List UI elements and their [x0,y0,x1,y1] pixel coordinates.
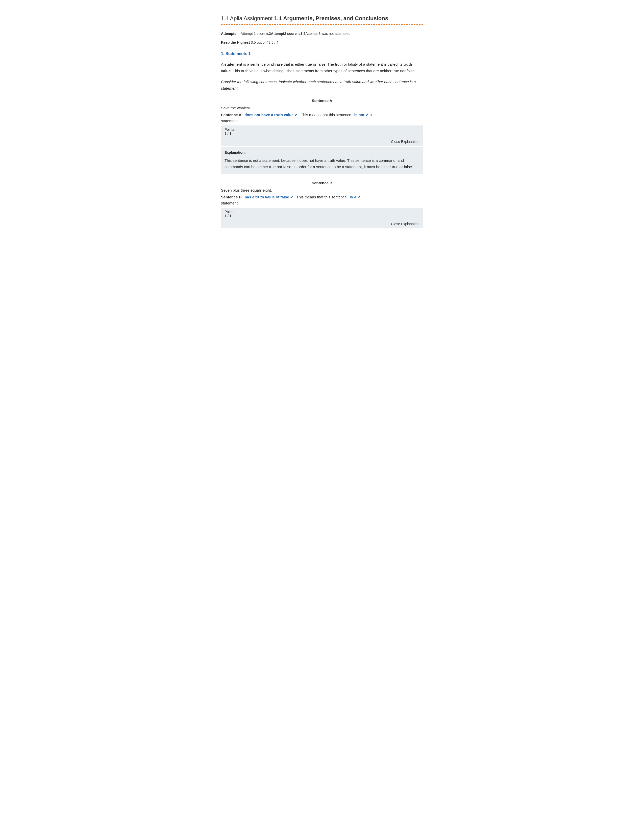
sentence-b-heading: Sentence B [221,181,423,185]
sentence-a-answer-row: Sentence A does not have a truth value ✔… [221,113,423,117]
attempt2-score: 3.5 [301,32,305,35]
attempts-label: Attempts [221,32,237,35]
sentence-b-label: Sentence B [221,195,242,199]
sentence-a-points-box: Points: 1 / 1 [221,125,423,138]
sentence-a-end: a [370,113,372,117]
sentence-b-close-explanation[interactable]: Close Explanation [391,222,420,226]
sentence-a-explanation-label: Explanation: [224,150,420,156]
instructions-content: Consider the following sentences. Indica… [221,79,416,90]
sentence-b-close-explanation-bar: Close Explanation [221,220,423,228]
sentence-b-points-box: Points: 1 / 1 [221,208,423,220]
sentence-a-verdict: is not [354,113,364,117]
page-title-prefix: 1.1 Aplia Assignment [221,15,272,21]
sentence-b-answer: has a truth value of false [245,195,289,199]
sentence-a-points-label: Points: [224,127,235,132]
sentence-a-verdict-checkmark: ✔ [365,113,369,117]
sentence-a-text: Save the whales! [221,106,423,110]
statement-bold: statement [224,62,242,66]
sentence-b-text: Seven plus three equals eight. [221,188,423,192]
attempt2-label: Attempt2 score is [271,32,301,35]
truth-value-bold: truth value [221,62,412,73]
sentence-a-label: Sentence A [221,113,242,117]
intro-paragraph1: A statement is a sentence or phrase that… [221,61,423,74]
sentence-a-points-value: 1 / 1 [224,132,231,135]
page-title: 1.1 Aplia Assignment 1.1 Arguments, Prem… [221,15,388,21]
sentence-b-verdict-checkmark: ✔ [354,195,357,199]
attempt3-text: Attempt 3 was not attempted. [305,32,351,35]
sentence-a-close-explanation-bar: Close Explanation [221,138,423,146]
sentence-a-explanation-block: Explanation: This sentence is not a stat… [221,147,423,174]
sentence-b-statement-suffix: statement. [221,201,423,205]
sentence-b-answer-row: Sentence B has a truth value of false ✔ … [221,195,423,199]
sentence-a-close-explanation[interactable]: Close Explanation [391,140,420,144]
attempt1-normal: Attempt 1 score is [241,32,269,35]
keep-highest: Keep the Highest 3.5 out of 43.5 / 4 [221,40,423,44]
sentence-b-middle: . This means that this sentence [295,195,347,199]
sentence-a-statement-suffix: statement. [221,119,423,123]
sentence-a-section: Sentence A Save the whales! Sentence A d… [221,98,423,174]
attempts-row: Attempts Attempt 1 score is2Attempt2 sco… [221,31,423,36]
section-title: 1. Statements 1 [221,51,423,56]
sentence-b-points-label: Points: [224,210,235,214]
sentence-a-answer: does not have a truth value [245,113,293,117]
sentence-b-checkmark: ✔ [290,195,293,199]
section-name: Statements 1 [225,51,251,56]
sentence-b-verdict: is [350,195,353,199]
section-number: 1. [221,51,224,56]
sentence-a-explanation-text: This sentence is not a statement, becaus… [224,158,413,169]
keep-highest-label: Keep the Highest [221,40,250,44]
sentence-b-section: Sentence B Seven plus three equals eight… [221,181,423,228]
page-header: 1.1 Aplia Assignment 1.1 Arguments, Prem… [221,15,423,25]
attempt1-score: 2 [269,32,271,35]
sentence-b-end: a [358,195,360,199]
page-title-bold: 1.1 Arguments, Premises, and Conclusions [274,15,388,21]
sentence-a-checkmark: ✔ [295,113,298,117]
sentence-a-middle: . This means that this sentence [299,113,351,117]
instructions-text: Consider the following sentences. Indica… [221,79,423,92]
sentence-a-heading: Sentence A [221,98,423,103]
keep-highest-value: 3.5 out of 43.5 / 4 [251,40,278,44]
attempts-box: Attempt 1 score is2Attempt2 score is3.5A… [239,31,353,36]
sentence-b-points-value: 1 / 1 [224,214,231,218]
